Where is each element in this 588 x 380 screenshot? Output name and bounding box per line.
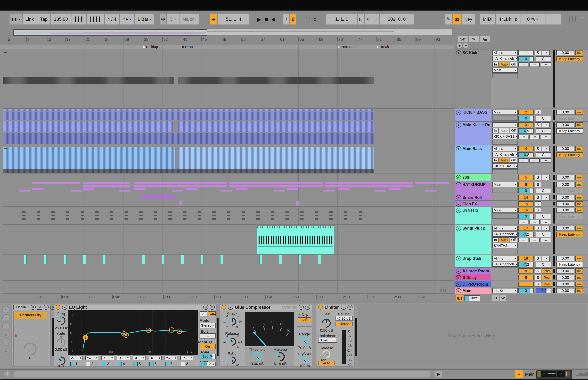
track-delay-field[interactable]: 0.00	[556, 175, 574, 180]
track-delay-field[interactable]: 0.00	[556, 146, 574, 151]
session-record-button[interactable]: ○	[312, 14, 318, 24]
beat-time-ruler[interactable]: 5913172125293337414549535761656973778185…	[0, 35, 588, 45]
info-icon[interactable]: i	[4, 371, 10, 377]
locator-break[interactable]: ▶Break	[377, 45, 389, 49]
track-delay-field[interactable]: 0.00	[556, 275, 574, 280]
limiter-auto-release-toggle[interactable]: Auto	[318, 361, 335, 365]
delay-ms-toggle[interactable]: ms	[575, 208, 583, 213]
reenable-automation-button[interactable]: ←	[297, 14, 304, 24]
hat-clip[interactable]	[83, 182, 130, 184]
arrangement-position-field[interactable]: 51. 1. 4	[218, 14, 249, 24]
monitor-auto[interactable]: Auto	[499, 62, 509, 67]
drop-stab-clip[interactable]	[64, 255, 67, 264]
send-field[interactable]: -∞	[518, 220, 529, 224]
hat-clip[interactable]	[134, 186, 227, 188]
eq-band-type-selector[interactable]: ▼	[133, 356, 146, 360]
hat-note[interactable]	[274, 190, 285, 191]
hat-note[interactable]	[425, 190, 436, 191]
hat-note[interactable]	[236, 188, 247, 190]
glue-drywet-value[interactable]: 100 %	[299, 364, 310, 368]
limiter-gain-value[interactable]: 0.50 dB	[320, 328, 333, 333]
io-selector[interactable]: Main▼	[492, 110, 518, 115]
eq-band-type-selector[interactable]: x4▼	[70, 356, 82, 360]
send-field[interactable]: -∞	[541, 220, 551, 224]
clip-activator-icon[interactable]	[13, 305, 14, 310]
collapse-icon[interactable]: ▼	[456, 122, 461, 128]
group-icon[interactable]: ≡	[456, 110, 461, 115]
eq-freq-value[interactable]: 25.0 Hz	[55, 326, 68, 330]
track-delay-field[interactable]: 0.00	[556, 195, 574, 200]
eq-outgain-field[interactable]: 0.00 dB	[200, 362, 216, 366]
hat-clip[interactable]	[325, 186, 413, 188]
clip[interactable]	[22, 211, 373, 213]
eq-band-toggle[interactable]	[102, 362, 106, 366]
automation-arm-button[interactable]: 8	[290, 14, 296, 24]
device-view-icon[interactable]: ◎	[2, 306, 10, 313]
track-activator[interactable]: A	[518, 268, 533, 273]
monitor-off[interactable]: Off	[510, 158, 517, 163]
clip[interactable]	[22, 215, 373, 216]
hat-note[interactable]	[134, 188, 145, 190]
solo-button[interactable]: S	[534, 175, 541, 180]
io-selector[interactable]: ⁞ All Channels▼	[492, 262, 518, 267]
track-activator[interactable]: C	[518, 282, 533, 287]
track-activator[interactable]: 15	[518, 201, 533, 207]
keep-latency-toggle[interactable]: Keep Latency	[556, 152, 583, 157]
tempo-field[interactable]: 135.00	[51, 14, 71, 24]
ram-mode-button[interactable]: R	[31, 305, 36, 310]
delay-ms-toggle[interactable]: ms	[575, 288, 583, 293]
send-field[interactable]: -∞	[530, 134, 540, 139]
eq-band-toggle[interactable]	[133, 362, 138, 366]
track-delay-field[interactable]: 0.00	[556, 182, 574, 187]
track-activator[interactable]: 14	[518, 195, 533, 200]
pan-field[interactable]: C	[536, 188, 551, 193]
arm-button[interactable]: ◑	[542, 256, 550, 261]
drop-stab-clip[interactable]	[299, 255, 301, 264]
io-empty-box[interactable]	[492, 169, 518, 174]
solo-button[interactable]: S	[534, 226, 541, 231]
solo-button[interactable]: S	[534, 275, 541, 280]
track-delay-field[interactable]: 0.00	[556, 256, 574, 261]
io-selector[interactable]: KICK + BASS▼	[492, 134, 518, 139]
keep-latency-toggle[interactable]: Keep Latency	[556, 214, 583, 219]
track-activator[interactable]: 16	[518, 208, 533, 213]
send-field[interactable]: -∞	[541, 238, 551, 242]
key-map-button[interactable]: Key	[462, 14, 475, 24]
collapse-icon[interactable]: ▶	[456, 288, 461, 293]
stop-button[interactable]: ■	[263, 14, 269, 24]
hot-swap-icon[interactable]: ⇆	[44, 305, 49, 310]
punch-in-button[interactable]: ◺	[358, 14, 364, 24]
draw-mode-button[interactable]: ✎	[445, 14, 452, 24]
volume-field[interactable]: 0	[518, 214, 533, 219]
layout-selector[interactable]: ▮▮▾	[10, 14, 22, 24]
track-name-main-bass[interactable]: ▼Main Bass	[455, 145, 491, 173]
io-selector[interactable]: KICK + BASS▼	[492, 163, 518, 169]
solo-button[interactable]: S	[534, 208, 541, 213]
eq-band-type-selector[interactable]: ▼	[180, 356, 193, 360]
eq-band-toggle[interactable]	[181, 362, 185, 366]
collapse-icon[interactable]: ▼	[456, 256, 461, 261]
preview-play-button[interactable]: ▶	[435, 371, 442, 378]
hat-clip[interactable]	[325, 182, 413, 184]
device-expand-icon[interactable]: ▶	[62, 305, 67, 310]
m-button[interactable]: M	[37, 305, 42, 310]
save-preset-icon[interactable]: ▤	[305, 305, 310, 310]
collapse-icon[interactable]: ▶	[456, 275, 461, 280]
collapse-icon[interactable]: ▼	[456, 226, 461, 231]
pre-post-toggle[interactable]: Post	[542, 282, 552, 287]
track-activator[interactable]: 2	[518, 110, 533, 115]
hat-note[interactable]	[119, 190, 130, 191]
hat-note[interactable]	[83, 188, 94, 190]
collapse-icon[interactable]: ▶	[456, 175, 461, 180]
hat-note[interactable]	[221, 190, 232, 191]
locator-post-drop[interactable]: ▶Post Drop	[338, 45, 357, 49]
io-empty-box[interactable]	[492, 140, 518, 145]
eq-band-type-selector[interactable]: ▼	[165, 356, 177, 360]
solo-button[interactable]: S	[534, 182, 541, 187]
hot-swap-icon[interactable]: ⇆	[203, 305, 208, 310]
io-selector[interactable]: Main▼	[492, 208, 518, 213]
io-selector[interactable]: 1▼	[492, 122, 518, 127]
remove-icon[interactable]: ▭	[2, 339, 10, 346]
clip[interactable]	[178, 147, 374, 169]
hat-clip[interactable]	[134, 182, 227, 184]
